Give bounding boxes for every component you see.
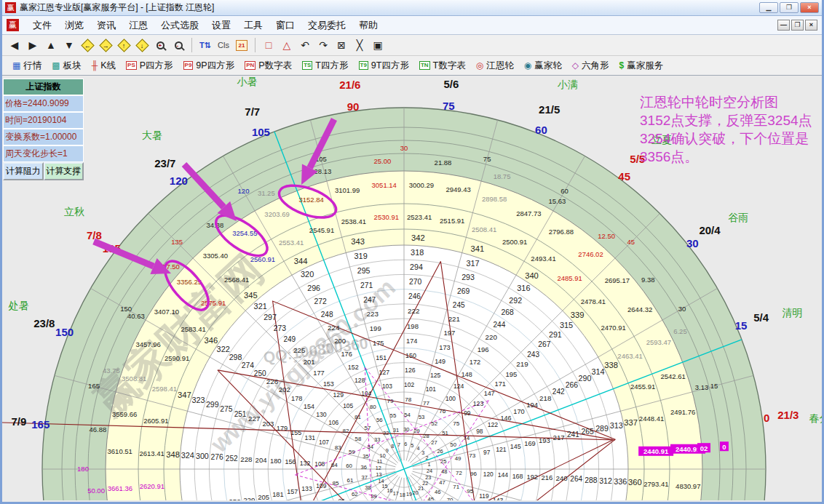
svg-text:31.25: 31.25 [258, 189, 275, 197]
svg-text:169: 169 [524, 440, 535, 447]
svg-text:267: 267 [538, 340, 551, 348]
boxed-x-icon[interactable]: ⊠ [333, 37, 349, 53]
diamond-right-icon[interactable]: → [98, 37, 114, 53]
svg-text:46.88: 46.88 [89, 425, 106, 433]
scroll-left-icon[interactable]: ◀ [7, 37, 23, 53]
close-button[interactable]: × [800, 2, 819, 13]
svg-text:336: 336 [614, 477, 627, 486]
time-shift-icon[interactable]: T⇅ [197, 37, 213, 53]
calc-resistance-button[interactable]: 计算阻力 [3, 162, 44, 180]
svg-text:248: 248 [321, 311, 333, 319]
svg-text:245: 245 [453, 301, 465, 309]
gann-toolbar-item-9T四方形[interactable]: T99T四方形 [354, 58, 413, 73]
menu-item-4[interactable]: 公式选股 [154, 17, 205, 34]
triangle-tool-icon[interactable]: △ [279, 37, 295, 53]
p9-icon: P9 [183, 61, 194, 70]
svg-text:51: 51 [442, 430, 448, 436]
svg-text:318: 318 [411, 248, 424, 257]
menu-item-9[interactable]: 帮助 [352, 17, 384, 34]
svg-text:201: 201 [304, 358, 315, 366]
menu-item-7[interactable]: 窗口 [269, 17, 301, 34]
svg-text:98: 98 [476, 428, 483, 435]
scroll-right-icon[interactable]: ▶ [25, 37, 41, 53]
svg-text:3254.55: 3254.55 [232, 229, 257, 237]
diamond-down-icon[interactable]: ↓ [134, 37, 150, 53]
svg-text:146: 146 [500, 415, 511, 422]
svg-text:244: 244 [494, 321, 506, 329]
calc-support-button[interactable]: 计算支撑 [44, 162, 84, 180]
clear-icon[interactable]: Cls [215, 37, 231, 53]
svg-text:0: 0 [764, 412, 769, 424]
menu-item-1[interactable]: 浏览 [58, 17, 90, 34]
menu-item-6[interactable]: 工具 [237, 17, 269, 34]
svg-text:107: 107 [319, 439, 329, 446]
mdi-close-button[interactable]: × [805, 20, 817, 31]
gann-toolbar-item-板块[interactable]: ▩板块 [47, 58, 85, 73]
diamond-left-icon[interactable]: ← [79, 37, 95, 53]
svg-text:3152.84: 3152.84 [299, 196, 324, 204]
menu-item-8[interactable]: 交易委托 [301, 17, 352, 34]
svg-text:11: 11 [377, 458, 383, 465]
svg-text:2593.47: 2593.47 [646, 338, 671, 346]
gann-toolbar-item-赢家轮[interactable]: ◉赢家轮 [520, 58, 566, 73]
gann-toolbar-item-T数字表[interactable]: TNT数字表 [415, 58, 470, 73]
svg-text:124: 124 [453, 383, 464, 390]
diamond-up-icon[interactable]: ↑ [116, 37, 132, 53]
svg-text:2470.91: 2470.91 [601, 324, 626, 332]
gann-toolbar-item-六角形[interactable]: ◇六角形 [568, 58, 614, 73]
gann-toolbar-item-P四方形[interactable]: PSP四方形 [122, 58, 178, 73]
svg-text:180: 180 [270, 457, 281, 465]
menu-item-3[interactable]: 江恩 [122, 17, 154, 34]
mdi-minimize-button[interactable]: — [777, 20, 790, 31]
gann-toolbar-item-K线[interactable]: ╫K线 [87, 58, 120, 73]
svg-text:202: 202 [279, 385, 290, 393]
square-tool-icon[interactable]: □ [261, 37, 277, 53]
svg-text:3457.96: 3457.96 [135, 340, 160, 348]
svg-text:处暑: 处暑 [8, 300, 29, 311]
gann-toolbar-label: 9P四方形 [196, 60, 234, 72]
zoom-out-icon[interactable]: - [170, 37, 186, 53]
menu-bar: 赢 文件浏览资讯江恩公式选股设置工具窗口交易委托帮助 — ❐ × [2, 16, 822, 35]
rotate-cw-icon[interactable]: ↷ [315, 37, 331, 53]
menu-item-5[interactable]: 设置 [205, 17, 237, 34]
scroll-up-icon[interactable]: ▲ [43, 37, 59, 53]
svg-text:253: 253 [229, 499, 241, 500]
scroll-down-icon[interactable]: ▼ [61, 37, 77, 53]
gann-toolbar-item-P数字表[interactable]: PNP数字表 [240, 58, 296, 73]
crosshair-icon[interactable]: ╳ [352, 37, 368, 53]
svg-text:3: 3 [421, 449, 424, 456]
svg-text:38: 38 [365, 484, 371, 491]
zoom-in-icon[interactable]: + [152, 37, 168, 53]
svg-text:165: 165 [88, 382, 100, 390]
gann-toolbar-item-江恩轮[interactable]: ◎江恩轮 [472, 58, 518, 73]
svg-text:288: 288 [585, 476, 598, 484]
svg-text:小满: 小满 [558, 79, 578, 90]
svg-text:75: 75 [453, 420, 460, 427]
svg-text:144: 144 [498, 471, 509, 479]
gann-toolbar-item-行情[interactable]: ▦行情 [8, 58, 46, 73]
svg-text:321: 321 [254, 302, 267, 311]
rotate-ccw-icon[interactable]: ↶ [297, 37, 313, 53]
gann-toolbar-item-T四方形[interactable]: TST四方形 [298, 58, 352, 73]
svg-text:3407.10: 3407.10 [154, 308, 179, 316]
menu-item-0[interactable]: 文件 [26, 17, 58, 34]
menu-item-2[interactable]: 资讯 [90, 17, 122, 34]
mdi-restore-button[interactable]: ❐ [791, 20, 804, 31]
gann-toolbar-item-赢家服务[interactable]: $赢家服务 [614, 58, 667, 73]
chart-area[interactable]: 赢家财富网www.yingjia360.comQQ:10080036012345… [2, 76, 822, 500]
svg-text:120: 120 [483, 471, 494, 478]
svg-text:291: 291 [549, 330, 562, 339]
calendar-icon[interactable]: 21 [234, 37, 250, 53]
svg-text:2746.02: 2746.02 [578, 250, 603, 258]
screen-icon[interactable]: ▣ [370, 37, 386, 53]
svg-text:273: 273 [274, 324, 287, 332]
svg-text:339: 339 [571, 311, 585, 319]
svg-text:228: 228 [240, 455, 253, 463]
svg-text:316: 316 [517, 284, 530, 292]
minimize-button[interactable]: ▁ [759, 2, 778, 13]
gann-toolbar-item-9P四方形[interactable]: P99P四方形 [179, 58, 239, 73]
svg-text:241: 241 [567, 431, 579, 439]
restore-button[interactable]: ❐ [780, 2, 799, 13]
window-title: 赢家江恩专业版[赢家服务平台] - [上证指数 江恩轮] [20, 1, 759, 14]
svg-text:0: 0 [722, 443, 726, 451]
